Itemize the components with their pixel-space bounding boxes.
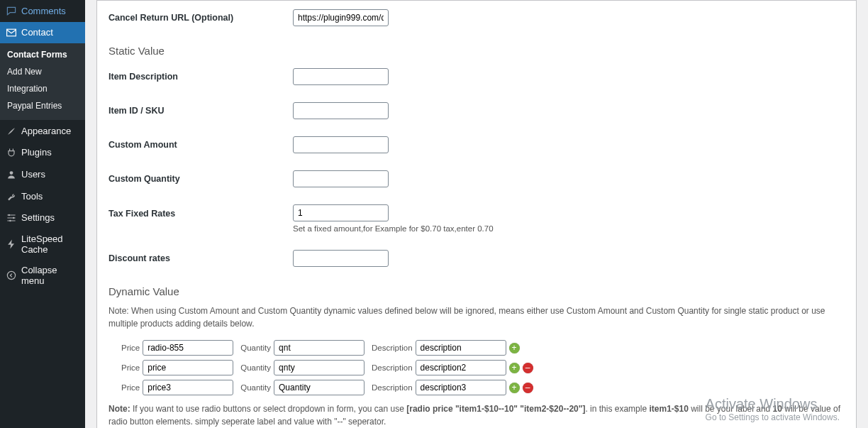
description-input[interactable] (416, 380, 506, 395)
discount-input[interactable] (293, 250, 389, 267)
price-input[interactable] (143, 360, 233, 375)
svg-point-2 (9, 214, 10, 216)
svg-point-1 (10, 171, 13, 175)
description-label: Description (372, 363, 413, 372)
price-label: Price (121, 383, 140, 392)
add-row-button[interactable]: + (509, 343, 520, 353)
tax-helper-text: Set a fixed amount,for Example for $0.70… (293, 224, 494, 233)
bottom-note: Note: If you want to use radio buttons o… (108, 402, 845, 428)
settings-panel: Cancel Return URL (Optional) Static Valu… (96, 0, 857, 428)
active-notch (85, 26, 91, 38)
description-input[interactable] (416, 340, 506, 356)
dynamic-rows: Price Quantity Description + Price Quant… (108, 340, 845, 395)
comments-icon (6, 5, 17, 17)
dynamic-row: Price Quantity Description + – (117, 360, 845, 375)
contact-submenu: Contact Forms Add New Integration Paypal… (0, 43, 85, 120)
sidebar-item-label: Collapse menu (21, 265, 79, 286)
submenu-integration[interactable]: Integration (0, 80, 85, 97)
sidebar-item-label: Tools (21, 191, 43, 202)
quantity-label: Quantity (240, 383, 271, 392)
row-custom-quantity: Custom Quantity (108, 162, 845, 196)
sidebar-item-label: Comments (21, 6, 66, 16)
brush-icon (6, 125, 17, 137)
description-input[interactable] (416, 360, 506, 375)
custom-amount-input[interactable] (293, 136, 389, 153)
description-label: Description (372, 344, 413, 352)
tax-input[interactable] (293, 204, 389, 221)
submenu-paypal-entries[interactable]: Paypal Entries (0, 97, 85, 114)
sliders-icon (6, 212, 17, 224)
cancel-url-label: Cancel Return URL (Optional) (108, 13, 293, 23)
remove-row-button[interactable]: – (523, 383, 533, 393)
svg-point-3 (13, 217, 14, 219)
sidebar-item-litespeed[interactable]: LiteSpeed Cache (0, 229, 85, 260)
bottom-note-prefix: Note: (108, 404, 130, 414)
item-id-label: Item ID / SKU (108, 106, 293, 116)
bottom-note-text-c: will be your label and (689, 404, 773, 414)
sidebar-item-label: Users (21, 169, 45, 180)
sidebar-item-comments[interactable]: Comments (0, 0, 85, 22)
add-row-button[interactable]: + (509, 363, 520, 373)
quantity-input[interactable] (274, 380, 365, 395)
row-item-description: Item Description (108, 60, 845, 94)
sidebar-item-label: Appearance (21, 126, 71, 136)
collapse-icon (6, 270, 17, 282)
sidebar-item-contact[interactable]: Contact (0, 22, 85, 44)
row-discount: Discount rates (108, 241, 845, 275)
price-input[interactable] (143, 380, 233, 395)
sidebar-item-label: LiteSpeed Cache (21, 234, 79, 255)
wrench-icon (6, 190, 17, 202)
dynamic-row: Price Quantity Description + (117, 340, 845, 356)
sidebar-item-collapse[interactable]: Collapse menu (0, 260, 85, 291)
dynamic-value-title: Dynamic Value (108, 285, 845, 297)
quantity-label: Quantity (240, 344, 271, 352)
sidebar-item-settings[interactable]: Settings (0, 207, 85, 229)
bolt-icon (6, 238, 17, 251)
item-description-input[interactable] (293, 68, 389, 85)
quantity-input[interactable] (274, 360, 365, 375)
row-cancel-url: Cancel Return URL (Optional) (108, 1, 845, 35)
sidebar-item-label: Plugins (21, 147, 52, 158)
price-label: Price (121, 363, 140, 372)
cancel-url-input[interactable] (293, 9, 389, 26)
price-input[interactable] (143, 340, 233, 356)
quantity-label: Quantity (240, 363, 271, 372)
user-icon (6, 168, 17, 180)
custom-amount-label: Custom Amount (108, 140, 293, 150)
price-label: Price (121, 344, 140, 352)
bottom-note-bold3: 10 (773, 404, 782, 414)
remove-row-button[interactable]: – (523, 363, 533, 373)
submenu-contact-forms[interactable]: Contact Forms (0, 46, 85, 63)
sidebar-item-appearance[interactable]: Appearance (0, 120, 85, 142)
dynamic-row: Price Quantity Description + – (117, 380, 845, 395)
row-custom-amount: Custom Amount (108, 128, 845, 162)
sidebar-item-label: Contact (21, 27, 53, 38)
dynamic-note: Note: When using Custom Amount and Custo… (108, 304, 845, 330)
tax-label: Tax Fixed Rates (108, 204, 293, 219)
item-id-input[interactable] (293, 102, 389, 119)
description-label: Description (372, 383, 413, 392)
bottom-note-text-a: If you want to use radio buttons or sele… (130, 404, 407, 414)
bottom-note-text-b: . in this example (585, 404, 649, 414)
discount-label: Discount rates (108, 253, 293, 263)
sidebar-item-users[interactable]: Users (0, 163, 85, 185)
svg-point-5 (7, 272, 15, 280)
static-value-title: Static Value (108, 45, 845, 57)
custom-quantity-input[interactable] (293, 170, 389, 187)
row-tax: Tax Fixed Rates Set a fixed amount,for E… (108, 196, 845, 241)
admin-sidebar: Comments Contact Contact Forms Add New I… (0, 0, 85, 428)
item-description-label: Item Description (108, 72, 293, 82)
sidebar-item-tools[interactable]: Tools (0, 185, 85, 207)
sidebar-item-plugins[interactable]: Plugins (0, 142, 85, 164)
quantity-input[interactable] (274, 340, 365, 356)
svg-rect-0 (7, 29, 16, 36)
sidebar-item-label: Settings (21, 212, 55, 223)
custom-quantity-label: Custom Quantity (108, 174, 293, 184)
bottom-note-bold2: item1-$10 (649, 404, 688, 414)
submenu-add-new[interactable]: Add New (0, 63, 85, 80)
bottom-note-code: [radio price "item1-$10--10" "item2-$20-… (406, 404, 585, 414)
add-row-button[interactable]: + (509, 383, 520, 393)
svg-point-4 (9, 220, 11, 221)
main-content: Cancel Return URL (Optional) Static Valu… (85, 0, 868, 428)
plug-icon (6, 147, 17, 159)
